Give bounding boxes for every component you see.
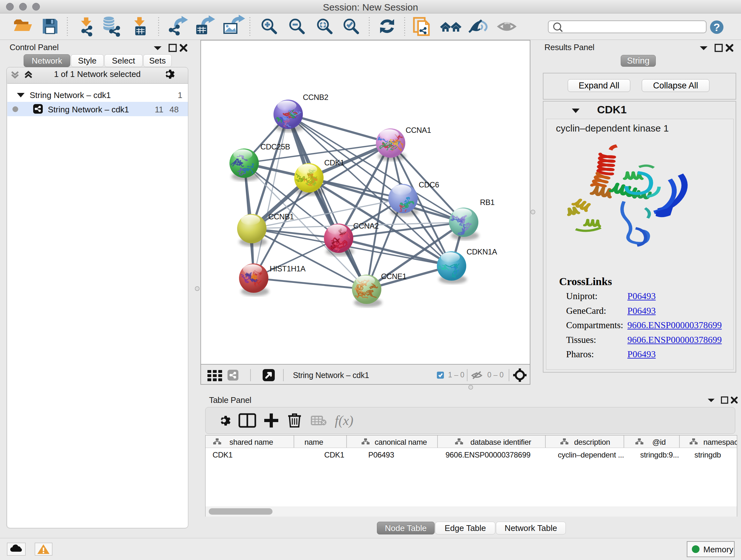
svg-text:CCNA1: CCNA1: [406, 126, 431, 134]
svg-text:namespac: namespac: [703, 438, 737, 446]
svg-text:9606.ENSP00000378699: 9606.ENSP00000378699: [446, 450, 530, 459]
svg-text:1 – 0: 1 – 0: [448, 371, 464, 379]
svg-text:?: ?: [714, 21, 720, 33]
svg-text:0 – 0: 0 – 0: [487, 371, 503, 379]
svg-text:CDK1: CDK1: [324, 450, 344, 459]
svg-text:RB1: RB1: [480, 198, 495, 206]
svg-text:P06493: P06493: [368, 450, 394, 459]
svg-text:shared name: shared name: [229, 438, 273, 446]
svg-text:stringdb:9...: stringdb:9...: [640, 450, 679, 459]
svg-text:database identifier: database identifier: [470, 438, 531, 446]
svg-text:stringdb: stringdb: [694, 450, 721, 459]
svg-text:CCNB2: CCNB2: [303, 93, 328, 102]
svg-text:canonical name: canonical name: [375, 438, 427, 446]
svg-text:CCNA2: CCNA2: [353, 222, 379, 230]
svg-text:HIST1H1A: HIST1H1A: [270, 264, 306, 273]
svg-text:String Network – cdk1: String Network – cdk1: [293, 371, 369, 380]
svg-text:CDC6: CDC6: [419, 180, 439, 189]
svg-text:CDKN1A: CDKN1A: [467, 247, 497, 256]
svg-text:f(x): f(x): [335, 413, 353, 428]
svg-text:CDK1: CDK1: [212, 450, 232, 459]
svg-text:@id: @id: [652, 438, 666, 446]
svg-text:name: name: [305, 438, 323, 446]
svg-text:description: description: [574, 438, 610, 446]
svg-text:CDC25B: CDC25B: [260, 142, 290, 151]
svg-text:CCNB1: CCNB1: [268, 212, 294, 221]
svg-text:CDK1: CDK1: [324, 159, 344, 167]
svg-text:cyclin–dependent ...: cyclin–dependent ...: [558, 450, 624, 459]
svg-text:CCNE1: CCNE1: [381, 272, 407, 281]
